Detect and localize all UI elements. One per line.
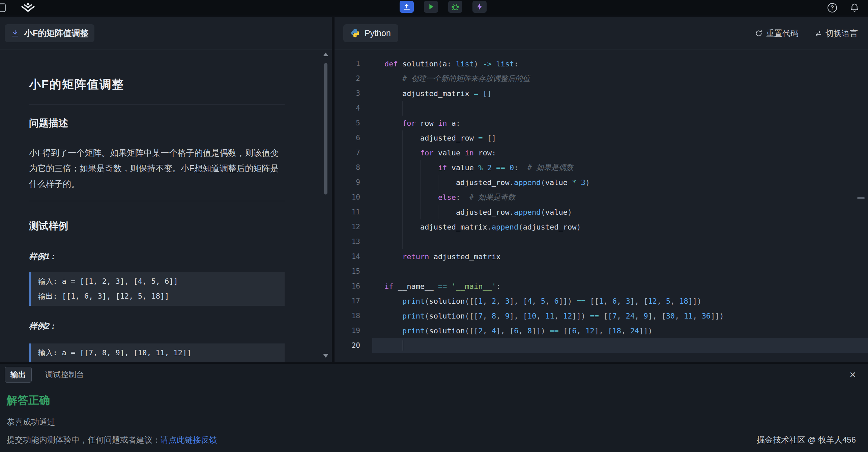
problem-panel-header: 小F的矩阵值调整 — [0, 17, 332, 50]
code-line[interactable]: 7for value in row: — [335, 145, 868, 160]
sample-output-line: 输出: [[1, 6, 3], [12, 5, 18]] — [38, 289, 277, 304]
indent-guide — [384, 175, 402, 190]
line-content: else: # 如果是奇数 — [372, 190, 868, 205]
indent-guide — [384, 130, 402, 145]
bell-icon[interactable] — [850, 3, 859, 12]
indent-guide — [384, 219, 402, 234]
language-tab[interactable]: Python — [343, 24, 398, 42]
line-content: # 创建一个新的矩阵来存放调整后的值 — [372, 71, 868, 86]
indent-guide — [384, 338, 402, 353]
close-icon[interactable]: × — [849, 369, 856, 380]
feedback-link[interactable]: 请点此链接反馈 — [161, 435, 217, 444]
code-line[interactable]: 11adjusted_row.append(value) — [335, 205, 868, 219]
reset-icon — [755, 29, 763, 37]
problem-title: 小F的矩阵值调整 — [29, 77, 285, 92]
sample-input-line: 输入: a = [[7, 8, 9], [10, 11, 12]] — [38, 345, 277, 360]
sample-2-label: 样例2 : — [29, 321, 285, 331]
line-number: 15 — [335, 267, 372, 275]
sample-2-block: 输入: a = [[7, 8, 9], [10, 11, 12]] 输出: [[… — [29, 343, 285, 362]
code-line[interactable]: 12adjusted_matrix.append(adjusted_row) — [335, 219, 868, 234]
tab-output[interactable]: 输出 — [5, 367, 32, 383]
indent-guide — [402, 130, 420, 145]
code-line[interactable]: 10else: # 如果是奇数 — [335, 190, 868, 205]
indent-guide — [420, 205, 438, 219]
problem-panel: 小F的矩阵值调整 小F的矩阵值调整 问题描述 小F得到了一个矩阵。如果矩阵中某一… — [0, 17, 332, 362]
topbar-actions — [400, 1, 487, 13]
indent-guide — [384, 323, 402, 338]
code-line[interactable]: 5for row in a: — [335, 116, 868, 130]
scroll-up-arrow[interactable] — [323, 53, 328, 56]
line-number: 13 — [335, 238, 372, 246]
credit-text: 掘金技术社区 @ 牧羊人456 — [757, 434, 856, 445]
editor-actions: 重置代码 切换语言 — [755, 28, 858, 39]
code-line[interactable]: 14return adjusted_matrix — [335, 249, 868, 264]
scroll-down-arrow[interactable] — [323, 354, 328, 358]
help-glyph: ? — [831, 4, 834, 11]
reset-code-button[interactable]: 重置代码 — [755, 28, 799, 39]
line-content: adjusted_row = [] — [372, 130, 868, 145]
indent-guide — [384, 101, 402, 116]
scrollbar-thumb[interactable] — [324, 63, 327, 194]
topbar-left — [0, 0, 35, 16]
indent-guide — [384, 116, 402, 130]
console-tabs: 输出 调试控制台 × — [0, 364, 868, 385]
indent-guide — [420, 175, 438, 190]
indent-guide — [384, 160, 402, 175]
indent-guide — [384, 294, 402, 308]
line-number: 9 — [335, 178, 372, 186]
sample-input-line: 输入: a = [[1, 2, 3], [4, 5, 6]] — [38, 274, 277, 289]
code-editor[interactable]: 1def solution(a: list) -> list:2# 创建一个新的… — [335, 50, 868, 362]
code-line[interactable]: 16if __name__ == '__main__': — [335, 279, 868, 294]
indent-guide — [438, 175, 456, 190]
submit-button[interactable] — [400, 1, 414, 13]
line-content — [372, 338, 868, 353]
debug-run-button[interactable] — [448, 1, 462, 13]
code-line[interactable]: 19print(solution([[2, 4], [6, 8]]) == [[… — [335, 323, 868, 338]
ai-assist-button[interactable] — [472, 1, 487, 13]
indent-guide — [402, 101, 420, 116]
result-message: 恭喜成功通过 — [7, 417, 868, 427]
code-line[interactable]: 18print(solution([[7, 8, 9], [10, 11, 12… — [335, 308, 868, 323]
run-button[interactable] — [424, 1, 438, 13]
line-number: 2 — [335, 74, 372, 83]
editor-scrollbar-thumb[interactable] — [857, 197, 865, 199]
code-line[interactable]: 9adjusted_row.append(value * 3) — [335, 175, 868, 190]
code-line[interactable]: 20 — [335, 338, 868, 353]
panel-toggle-icon[interactable] — [0, 3, 6, 13]
description-heading: 问题描述 — [29, 117, 285, 130]
code-line[interactable]: 4 — [335, 101, 868, 116]
sample-1-label: 样例1 : — [29, 251, 285, 262]
code-line[interactable]: 17print(solution([[1, 2, 3], [4, 5, 6]])… — [335, 294, 868, 308]
scrollbar-track[interactable] — [323, 59, 328, 351]
switch-language-button[interactable]: 切换语言 — [814, 28, 858, 39]
problem-selector[interactable]: 小F的矩阵值调整 — [5, 24, 94, 42]
divider — [29, 104, 285, 105]
line-number: 1 — [335, 60, 372, 68]
indent-guide — [384, 86, 402, 101]
code-line[interactable]: 13 — [335, 234, 868, 249]
indent-guide — [402, 160, 420, 175]
indent-guide — [402, 205, 420, 219]
line-content: def solution(a: list) -> list: — [372, 56, 868, 71]
topbar-right: ? — [828, 0, 859, 16]
indent-guide — [402, 234, 420, 249]
tab-debug-console[interactable]: 调试控制台 — [45, 369, 84, 380]
indent-guide — [402, 219, 420, 234]
line-content — [372, 264, 868, 279]
scrollbar[interactable] — [323, 53, 328, 358]
indent-guide — [402, 175, 420, 190]
code-line[interactable]: 3adjusted_matrix = [] — [335, 86, 868, 101]
juejin-logo[interactable] — [21, 2, 35, 13]
line-content: print(solution([[1, 2, 3], [4, 5, 6]]) =… — [372, 294, 868, 308]
line-content: adjusted_row.append(value) — [372, 205, 868, 219]
code-line[interactable]: 1def solution(a: list) -> list: — [335, 56, 868, 71]
indent-guide — [402, 190, 420, 205]
help-icon[interactable]: ? — [828, 3, 837, 12]
description-text: 小F得到了一个矩阵。如果矩阵中某一个格子的值是偶数，则该值变为它的三倍；如果是奇… — [29, 145, 285, 191]
line-number: 7 — [335, 149, 372, 157]
code-line[interactable]: 15 — [335, 264, 868, 279]
code-line[interactable]: 6adjusted_row = [] — [335, 130, 868, 145]
line-number: 14 — [335, 252, 372, 261]
code-line[interactable]: 8if value % 2 == 0: # 如果是偶数 — [335, 160, 868, 175]
code-line[interactable]: 2# 创建一个新的矩阵来存放调整后的值 — [335, 71, 868, 86]
